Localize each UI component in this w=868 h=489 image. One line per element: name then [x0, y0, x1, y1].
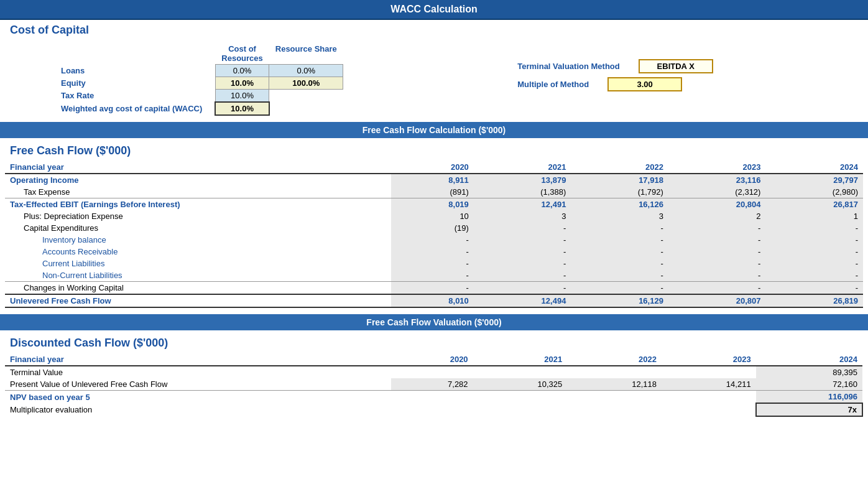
cl-2023: -	[668, 258, 766, 269]
loans-label: Loans	[55, 65, 215, 77]
ar-2022: -	[571, 246, 668, 258]
operating-income-2024: 29,797	[765, 174, 863, 186]
non-current-liabilities-row: Non-Current Liabilities - - - - -	[5, 269, 863, 282]
inventory-row: Inventory balance - - - - -	[5, 234, 863, 246]
npv-2023	[662, 391, 756, 404]
cwc-2020: -	[391, 282, 474, 295]
ncl-2021: -	[474, 269, 571, 282]
fcf-section: Free Cash Flow ($'000) Financial year 20…	[0, 138, 868, 314]
tv-2020	[391, 366, 473, 378]
depreciation-label: Plus: Depreciation Expense	[5, 210, 391, 222]
unlevered-fcf-row: Unlevered Free Cash Flow 8,010 12,494 16…	[5, 294, 863, 307]
cl-2022: -	[571, 258, 668, 269]
equity-label: Equity	[55, 77, 215, 90]
equity-cost[interactable]: 10.0%	[215, 77, 269, 90]
tv-2021	[473, 366, 568, 378]
fcf-year-2021-th: 2021	[474, 161, 571, 174]
col-cost-header: Cost of Resources	[215, 43, 269, 65]
unlevered-2024: 26,819	[765, 294, 863, 307]
ar-2021: -	[474, 246, 571, 258]
wacc-label: Weighted avg cost of capital (WACC)	[55, 102, 215, 115]
pv-unlevered-row: Present Value of Unlevered Free Cash Flo…	[5, 378, 862, 391]
tax-expense-2022: (1,792)	[571, 186, 668, 198]
unlevered-2022: 16,129	[571, 294, 668, 307]
tax-effected-2024: 26,817	[765, 198, 863, 211]
terminal-value-box[interactable]: EBITDA X	[639, 59, 713, 73]
capex-2024: -	[765, 222, 863, 234]
ncl-2024: -	[765, 269, 863, 282]
multiplicator-row: Multiplicator evaluation 7x	[5, 403, 862, 416]
depreciation-2021: 3	[474, 210, 571, 222]
fcf-year-2022-th: 2022	[571, 161, 668, 174]
npv-2022	[567, 391, 662, 404]
ncl-2023: -	[668, 269, 766, 282]
dcf-year-2023-th: 2023	[662, 353, 756, 366]
cost-of-capital-section: Cost of Capital Cost of Resources Resour…	[0, 20, 868, 122]
terminal-value-label: Terminal Value	[5, 366, 391, 378]
dcf-table: Financial year 2020 2021 2022 2023 2024 …	[5, 353, 863, 417]
loans-row: Loans 0.0% 0.0%	[55, 65, 343, 77]
unlevered-2020: 8,010	[391, 294, 474, 307]
inventory-2022: -	[571, 234, 668, 246]
npv-2021	[473, 391, 568, 404]
capex-2022: -	[571, 222, 668, 234]
ncl-2022: -	[571, 269, 668, 282]
tax-effected-2020: 8,019	[391, 198, 474, 211]
loans-share[interactable]: 0.0%	[269, 65, 343, 77]
dcf-year-2020-th: 2020	[391, 353, 473, 366]
cwc-label: Changes in Working Capital	[5, 282, 391, 295]
dcf-year-2022-th: 2022	[567, 353, 662, 366]
depreciation-row: Plus: Depreciation Expense 10 3 3 2 1	[5, 210, 863, 222]
mult-2020	[391, 403, 473, 416]
inventory-label: Inventory balance	[5, 234, 391, 246]
accounts-receivable-label: Accounts Receivable	[5, 246, 391, 258]
current-liabilities-label: Current Liabilities	[5, 258, 391, 269]
cwc-2024: -	[765, 282, 863, 295]
multiplicator-value[interactable]: 7x	[756, 403, 862, 416]
operating-income-row: Operating Income 8,911 13,879 17,918 23,…	[5, 174, 863, 186]
fcf-section-title: Free Cash Flow Calculation ($'000)	[0, 122, 868, 138]
multiplicator-label: Multiplicator evaluation	[5, 403, 391, 416]
npv-value: 116,096	[756, 391, 862, 404]
fcf-year-2024-th: 2024	[765, 161, 863, 174]
tax-expense-label: Tax Expense	[5, 186, 391, 198]
ncl-label: Non-Current Liabilities	[5, 269, 391, 282]
tax-expense-2020: (891)	[391, 186, 474, 198]
tax-expense-2024: (2,980)	[765, 186, 863, 198]
tax-rate-cost[interactable]: 10.0%	[215, 90, 269, 103]
dcf-header: Discounted Cash Flow ($'000)	[5, 333, 863, 353]
dcf-financial-year-th: Financial year	[5, 353, 391, 366]
tax-expense-row: Tax Expense (891) (1,388) (1,792) (2,312…	[5, 186, 863, 198]
tv-2022	[567, 366, 662, 378]
cwc-2021: -	[474, 282, 571, 295]
pv-2020: 7,282	[391, 378, 473, 391]
capex-2020: (19)	[391, 222, 474, 234]
mult-2023	[662, 403, 756, 416]
pv-2021: 10,325	[473, 378, 568, 391]
changes-working-capital-row: Changes in Working Capital - - - - -	[5, 282, 863, 295]
tax-expense-2021: (1,388)	[474, 186, 571, 198]
dcf-section: Discounted Cash Flow ($'000) Financial y…	[0, 330, 868, 423]
cost-of-capital-table: Cost of Resources Resource Share Loans 0…	[55, 43, 343, 116]
tax-rate-label: Tax Rate	[55, 90, 215, 103]
cl-2021: -	[474, 258, 571, 269]
mult-2021	[473, 403, 568, 416]
accounts-receivable-row: Accounts Receivable - - - - -	[5, 246, 863, 258]
operating-income-label: Operating Income	[5, 174, 391, 186]
equity-row: Equity 10.0% 100.0%	[55, 77, 343, 90]
tax-rate-row: Tax Rate 10.0%	[55, 90, 343, 103]
wacc-share	[269, 102, 343, 115]
loans-cost[interactable]: 0.0%	[215, 65, 269, 77]
current-liabilities-row: Current Liabilities - - - - -	[5, 258, 863, 269]
pv-2024: 72,160	[756, 378, 862, 391]
multiple-value-box[interactable]: 3.00	[607, 77, 682, 91]
equity-share[interactable]: 100.0%	[269, 77, 343, 90]
pv-2022: 12,118	[567, 378, 662, 391]
cost-of-capital-header: Cost of Capital	[5, 20, 863, 40]
tax-expense-2023: (2,312)	[668, 186, 766, 198]
dcf-year-header-row: Financial year 2020 2021 2022 2023 2024	[5, 353, 862, 366]
depreciation-2023: 2	[668, 210, 766, 222]
fcf-table: Financial year 2020 2021 2022 2023 2024 …	[5, 161, 863, 308]
cl-2020: -	[391, 258, 474, 269]
tax-rate-share	[269, 90, 343, 103]
